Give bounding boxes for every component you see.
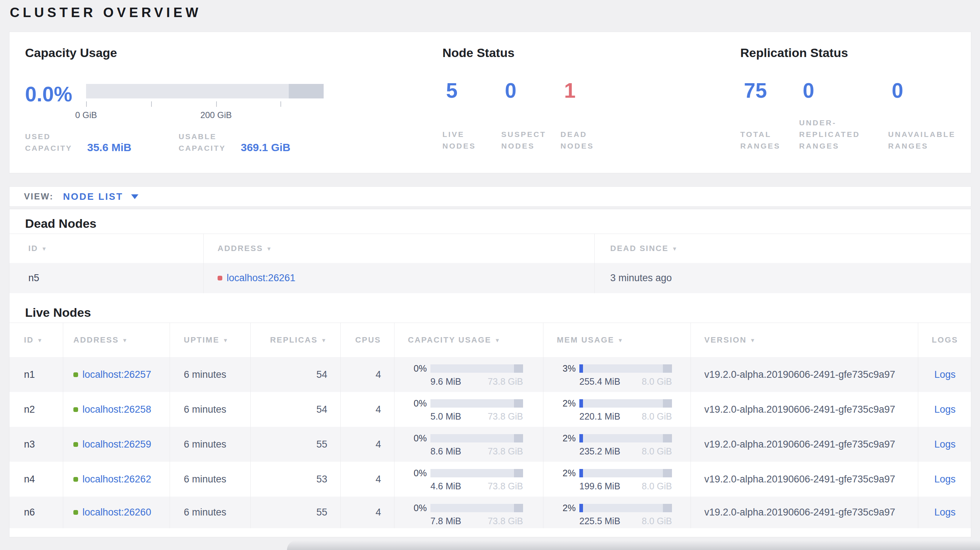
- live-col-capacity-usage[interactable]: CAPACITY USAGE▼: [394, 323, 543, 357]
- under-replicated-ranges-count: 0: [799, 78, 888, 102]
- live-col-logs: LOGS: [918, 323, 971, 357]
- live-col-address[interactable]: ADDRESS▼: [63, 323, 170, 357]
- node-logs-link[interactable]: Logs: [934, 439, 956, 450]
- mem-used-value: 255.4 MiB: [579, 376, 620, 387]
- node-logs-link[interactable]: Logs: [934, 404, 956, 415]
- node-live-status-icon: [73, 407, 78, 412]
- node-logs-cell: Logs: [918, 497, 971, 528]
- view-selector-dropdown[interactable]: NODE LIST: [63, 191, 138, 202]
- page-title: CLUSTER OVERVIEW: [10, 5, 980, 20]
- node-logs-link[interactable]: Logs: [934, 369, 956, 380]
- node-id: n6: [10, 497, 63, 528]
- used-capacity-stat: USED CAPACITY 35.6 MiB: [25, 131, 132, 154]
- node-id: n1: [10, 357, 63, 392]
- dead-since-value: 3 minutes ago: [594, 263, 971, 293]
- nodes-tables-card: Dead Nodes ID▼ ADDRESS▼ DEAD SINCE▼ n5 l…: [9, 209, 971, 537]
- axis-tick: [151, 101, 152, 107]
- mem-mini-bar: [579, 434, 672, 442]
- capacity-total-value: 73.8 GiB: [488, 446, 523, 457]
- mem-reserved-segment: [663, 504, 672, 512]
- node-version: v19.2.0-alpha.20190606-2491-gfe735c9a97: [690, 462, 918, 497]
- capacity-usage-bar: [86, 84, 324, 99]
- node-cpus: 4: [340, 357, 394, 392]
- mem-percent: 2%: [557, 503, 576, 513]
- node-address-link[interactable]: localhost:26262: [83, 474, 151, 485]
- live-col-cpus[interactable]: CPUS: [340, 323, 394, 357]
- capacity-percent: 0%: [408, 433, 427, 443]
- live-nodes-rows: n1 localhost:26257 6 minutes 54 4 0% 9.6…: [10, 357, 971, 528]
- node-cpus: 4: [340, 462, 394, 497]
- node-address-cell: localhost:26259: [63, 427, 170, 462]
- node-capacity-usage-cell: 0% 5.0 MiB 73.8 GiB: [394, 392, 543, 427]
- table-row: n3 localhost:26259 6 minutes 55 4 0% 8.6…: [10, 427, 971, 462]
- capacity-reserved-segment: [514, 504, 523, 512]
- axis-tick: [86, 101, 87, 107]
- live-col-uptime[interactable]: UPTIME▼: [170, 323, 250, 357]
- suspect-nodes-count: 0: [501, 78, 560, 102]
- node-version: v19.2.0-alpha.20190606-2491-gfe735c9a97: [690, 427, 918, 462]
- node-logs-link[interactable]: Logs: [934, 474, 956, 485]
- suspect-nodes-label: SUSPECT NODES: [501, 129, 560, 152]
- capacity-stats: USED CAPACITY 35.6 MiB USABLE CAPACITY 3…: [25, 131, 290, 154]
- axis-tick: [216, 101, 217, 107]
- node-mem-usage-cell: 2% 225.5 MiB 8.0 GiB: [543, 497, 690, 528]
- node-address-link[interactable]: localhost:26258: [83, 404, 151, 415]
- live-col-version[interactable]: VERSION▼: [690, 323, 918, 357]
- node-address-cell: localhost:26260: [63, 497, 170, 528]
- live-col-id[interactable]: ID▼: [10, 323, 63, 357]
- capacity-percent: 0%: [408, 468, 427, 478]
- capacity-mini-bar: [430, 399, 523, 408]
- dead-col-id[interactable]: ID▼: [10, 234, 204, 263]
- node-capacity-usage-cell: 0% 8.6 MiB 73.8 GiB: [394, 427, 543, 462]
- node-logs-link[interactable]: Logs: [934, 507, 956, 518]
- dead-nodes-header-row: ID▼ ADDRESS▼ DEAD SINCE▼: [10, 234, 971, 263]
- node-logs-cell: Logs: [918, 392, 971, 427]
- node-address-cell: localhost:26261: [204, 263, 594, 293]
- node-uptime: 6 minutes: [170, 357, 250, 392]
- axis-tick-label: 200 GiB: [200, 110, 232, 120]
- mem-total-value: 8.0 GiB: [642, 481, 672, 491]
- live-nodes-label: LIVE NODES: [442, 129, 501, 152]
- usable-capacity-label: USABLE CAPACITY: [179, 131, 240, 154]
- capacity-used-value: 8.6 MiB: [430, 446, 461, 457]
- view-selected-value[interactable]: NODE LIST: [63, 191, 123, 202]
- sort-arrow-icon: ▼: [617, 337, 624, 343]
- under-replicated-ranges-stat: 0 UNDER- REPLICATED RANGES: [799, 78, 888, 152]
- node-address-link[interactable]: localhost:26261: [227, 272, 295, 284]
- capacity-total-value: 73.8 GiB: [488, 411, 523, 422]
- node-cpus: 4: [340, 497, 394, 528]
- capacity-used-value: 4.6 MiB: [430, 481, 461, 491]
- node-address-link[interactable]: localhost:26257: [83, 369, 151, 380]
- mem-used-value: 199.6 MiB: [579, 481, 620, 491]
- node-dead-status-icon: [218, 276, 222, 280]
- sort-arrow-icon: ▼: [672, 246, 678, 252]
- mem-fill-segment: [579, 469, 583, 477]
- node-address-link[interactable]: localhost:26259: [83, 439, 151, 450]
- mem-fill-segment: [579, 434, 583, 442]
- node-logs-cell: Logs: [918, 462, 971, 497]
- mem-used-value: 220.1 MiB: [579, 411, 620, 422]
- node-capacity-usage-cell: 0% 4.6 MiB 73.8 GiB: [394, 462, 543, 497]
- mem-percent: 2%: [557, 433, 576, 443]
- node-logs-cell: Logs: [918, 427, 971, 462]
- node-uptime: 6 minutes: [170, 392, 250, 427]
- mem-mini-bar: [579, 399, 672, 408]
- live-col-mem-usage[interactable]: MEM USAGE▼: [543, 323, 690, 357]
- node-live-status-icon: [73, 372, 78, 377]
- live-col-replicas[interactable]: REPLICAS▼: [250, 323, 340, 357]
- mem-fill-segment: [579, 364, 583, 373]
- capacity-mini-bar: [430, 504, 523, 512]
- dead-col-dead-since[interactable]: DEAD SINCE▼: [594, 234, 971, 263]
- dead-nodes-stat: 1 DEAD NODES: [560, 78, 619, 152]
- view-bar: VIEW: NODE LIST: [9, 186, 971, 207]
- node-id: n4: [10, 462, 63, 497]
- capacity-total-value: 73.8 GiB: [488, 481, 523, 491]
- total-ranges-label: TOTAL RANGES: [740, 129, 799, 152]
- node-address-link[interactable]: localhost:26260: [83, 507, 151, 518]
- dead-col-address[interactable]: ADDRESS▼: [204, 234, 594, 263]
- node-replicas: 54: [250, 392, 340, 427]
- capacity-mini-bar: [430, 469, 523, 477]
- chevron-down-icon: [131, 194, 138, 199]
- node-status-title: Node Status: [442, 46, 514, 60]
- node-capacity-usage-cell: 0% 9.6 MiB 73.8 GiB: [394, 357, 543, 392]
